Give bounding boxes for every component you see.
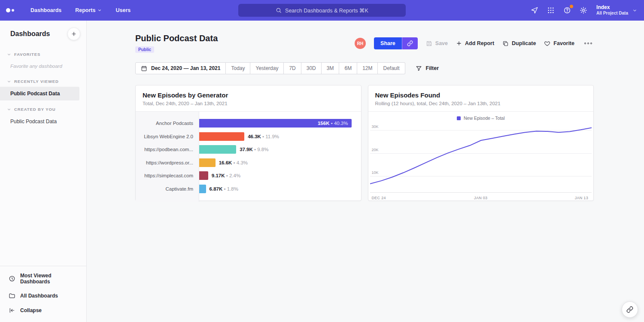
sidebar-item[interactable]: Public Podcast Data (0, 87, 79, 100)
preset-7d[interactable]: 7D (284, 62, 301, 74)
avatar[interactable]: RH (355, 38, 366, 49)
bar-value-label: 16.6K • 4.3% (219, 160, 248, 165)
top-navbar: DashboardsReportsUsers Search Dashboards… (0, 0, 644, 21)
navbar-right: Index All Project Data (528, 3, 644, 17)
bar[interactable] (199, 185, 206, 193)
bar-category-label: https://wordpress.or... (136, 160, 199, 165)
chart-legend: New Episode – Total (368, 112, 594, 122)
date-range-picker[interactable]: Dec 24, 2020 — Jan 13, 2021 (135, 62, 226, 74)
preset-today[interactable]: Today (226, 62, 250, 74)
copy-link-button[interactable] (402, 37, 418, 49)
footer-item-label: Collapse (20, 307, 42, 313)
sidebar-section: FAVORITESFavorite any dashboard (0, 49, 86, 73)
nav-item-label: Reports (75, 7, 95, 13)
nav-item-label: Dashboards (30, 7, 61, 13)
date-presets: TodayYesterday7D30D3M6M12MDefault (226, 62, 405, 74)
bar-row: https://podbean.com...37.9K • 9.8% (136, 143, 361, 156)
save-button[interactable]: Save (426, 40, 448, 47)
bar-row: Libsyn WebEngine 2.046.3K • 11.9% (136, 130, 361, 143)
bar-area: 16.6K • 4.3% (199, 158, 361, 167)
new-dashboard-button[interactable] (67, 27, 80, 40)
footer-item-label: Most Viewed Dashboards (20, 273, 79, 285)
chart-subtitle: Rolling (12 hours), total, Dec 24th, 202… (375, 101, 587, 106)
preset-6m[interactable]: 6M (339, 62, 357, 74)
global-search-input[interactable]: Search Dashboards & Reports ⌘K (238, 4, 406, 17)
more-options-button[interactable] (583, 41, 594, 46)
bar[interactable] (199, 145, 236, 154)
chart-title[interactable]: New Episodes by Generator (143, 91, 354, 99)
card-header: New Episodes by Generator Total, Dec 24t… (136, 85, 361, 112)
nav-item-reports[interactable]: Reports (68, 0, 109, 21)
bar-area: 156K • 40.3% (199, 119, 361, 128)
favorite-label: Favorite (553, 40, 574, 46)
sidebar-title: Dashboards (10, 30, 50, 38)
app-logo[interactable] (6, 8, 14, 12)
nav-item-dashboards[interactable]: Dashboards (24, 0, 68, 21)
heart-icon (544, 40, 550, 47)
bar[interactable] (199, 132, 244, 141)
preset-3m[interactable]: 3M (322, 62, 340, 74)
plus-icon (456, 40, 462, 46)
link-icon (407, 40, 413, 46)
sidebar-section-header[interactable]: CREATED BY YOU (0, 104, 86, 115)
report-cards: New Episodes by Generator Total, Dec 24t… (135, 85, 594, 201)
sidebar-collapse-button[interactable]: Collapse (0, 303, 86, 318)
preset-yesterday[interactable]: Yesterday (250, 62, 284, 74)
filter-button[interactable]: Filter (416, 65, 439, 72)
bar-row: Captivate.fm6.87K • 1.8% (136, 182, 361, 196)
apps-grid-icon (547, 6, 555, 14)
floating-link-button[interactable] (622, 301, 638, 318)
nav-item-users[interactable]: Users (109, 0, 137, 21)
add-report-label: Add Report (465, 40, 494, 46)
bar[interactable] (199, 171, 208, 180)
footer-item-label: All Dashboards (20, 293, 58, 299)
sidebar-item[interactable]: Favorite any dashboard (0, 60, 79, 73)
x-axis-tick: DEC 24 (372, 196, 386, 200)
navbar-left: DashboardsReportsUsers (0, 0, 137, 21)
help-button[interactable] (560, 3, 574, 17)
bar-category-label: Captivate.fm (136, 186, 199, 191)
title-block: Public Podcast Data Public (135, 33, 218, 53)
sidebar-section-header[interactable]: RECENTLY VIEWED (0, 76, 86, 87)
sidebar-item[interactable]: Public Podcast Data (0, 115, 79, 128)
preset-30d[interactable]: 30D (301, 62, 322, 74)
line-chart-card: New Episodes Found Rolling (12 hours), t… (368, 85, 594, 201)
chevron-down-icon (632, 8, 637, 13)
send-button[interactable] (528, 3, 541, 17)
filter-label: Filter (426, 65, 439, 71)
sidebar-section-header[interactable]: FAVORITES (0, 49, 86, 60)
project-selector[interactable]: Index All Project Data (596, 4, 637, 16)
bar-category-label: Libsyn WebEngine 2.0 (136, 134, 199, 139)
project-name: Index (596, 4, 628, 11)
legend-swatch (457, 116, 461, 120)
add-report-button[interactable]: Add Report (456, 40, 494, 46)
copy-icon (502, 40, 509, 47)
sidebar-item-all-dashboards[interactable]: All Dashboards (0, 289, 86, 303)
link-icon (626, 306, 633, 313)
x-axis-tick: JAN 13 (575, 196, 588, 200)
gear-icon (580, 6, 587, 14)
bar-rows: Anchor Podcasts156K • 40.3%Libsyn WebEng… (136, 117, 361, 195)
bar-category-label: Anchor Podcasts (136, 121, 199, 126)
logo-dot-icon (6, 8, 10, 12)
apps-button[interactable] (544, 3, 558, 17)
bar[interactable] (199, 158, 216, 167)
preset-default[interactable]: Default (378, 62, 405, 74)
legend-label: New Episode – Total (464, 115, 505, 121)
duplicate-label: Duplicate (512, 40, 536, 46)
preset-12m[interactable]: 12M (357, 62, 378, 74)
funnel-icon (416, 65, 422, 72)
chart-title[interactable]: New Episodes Found (375, 91, 587, 99)
sidebar-item-most-viewed[interactable]: Most Viewed Dashboards (0, 269, 86, 289)
chevron-down-icon (7, 79, 11, 84)
bar[interactable]: 156K • 40.3% (199, 119, 352, 128)
settings-button[interactable] (577, 3, 590, 17)
duplicate-button[interactable]: Duplicate (502, 40, 536, 47)
bar-area: 9.17K • 2.4% (199, 171, 361, 180)
bar-row: https://simplecast.com9.17K • 2.4% (136, 169, 361, 182)
project-text: Index All Project Data (596, 4, 628, 16)
bar-area: 6.87K • 1.8% (199, 185, 361, 193)
favorite-button[interactable]: Favorite (544, 40, 574, 47)
share-button[interactable]: Share (374, 37, 402, 49)
main-content: Public Podcast Data Public RH Share Save (87, 21, 644, 322)
